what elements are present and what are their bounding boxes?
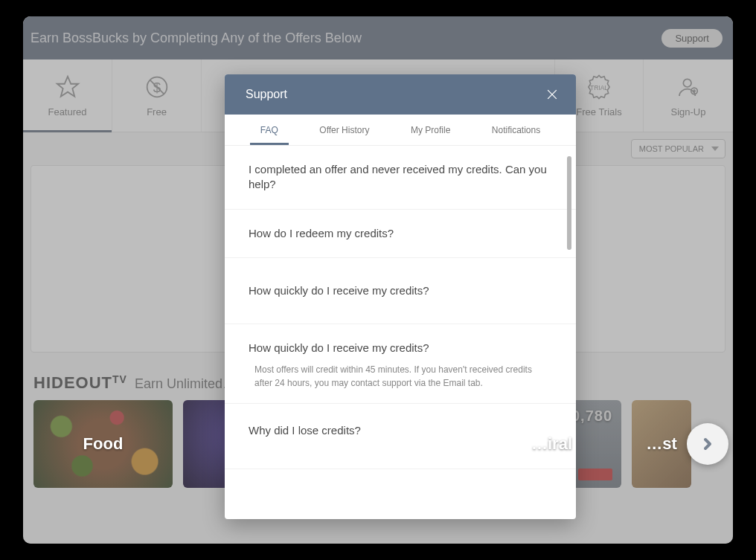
faq-answer: Most offers will credit within 45 minute… [249, 363, 552, 390]
faq-question: I completed an offer and never received … [249, 162, 552, 193]
modal-close-button[interactable] [543, 86, 561, 103]
faq-list[interactable]: I completed an offer and never received … [225, 146, 576, 519]
scrollbar-thumb[interactable] [567, 156, 571, 250]
card-label: …iral [531, 434, 572, 454]
faq-item[interactable]: How do I redeem my credits? [225, 210, 576, 258]
card-label: …st [646, 434, 677, 454]
faq-question: Why did I lose credits? [249, 423, 552, 438]
faq-question: How quickly do I receive my credits? [249, 283, 552, 298]
modal-title: Support [246, 88, 287, 101]
app-frame: Earn BossBucks by Completing Any of the … [23, 16, 733, 544]
chevron-right-icon [699, 435, 717, 453]
faq-item[interactable]: I completed an offer and never received … [225, 146, 576, 210]
faq-question: How do I redeem my credits? [249, 226, 552, 241]
faq-item[interactable]: Why did I lose credits? [225, 404, 576, 469]
faq-question: How quickly do I receive my credits? [249, 341, 552, 355]
faq-item[interactable]: How quickly do I receive my credits? [225, 258, 576, 324]
modal-tab-notifications[interactable]: Notifications [486, 116, 546, 144]
cards-next-button[interactable] [687, 423, 728, 465]
card-label: Food [83, 434, 124, 454]
support-modal: Support FAQ Offer History My Profile Not… [225, 74, 576, 519]
faq-item-expanded[interactable]: How quickly do I receive my credits? Mos… [225, 324, 576, 404]
modal-tab-faq[interactable]: FAQ [254, 116, 284, 144]
modal-header: Support [225, 74, 576, 115]
modal-tab-offer-history[interactable]: Offer History [313, 116, 375, 144]
modal-tab-my-profile[interactable]: My Profile [405, 116, 456, 144]
close-icon [545, 87, 560, 102]
modal-tabs: FAQ Offer History My Profile Notificatio… [225, 115, 576, 146]
